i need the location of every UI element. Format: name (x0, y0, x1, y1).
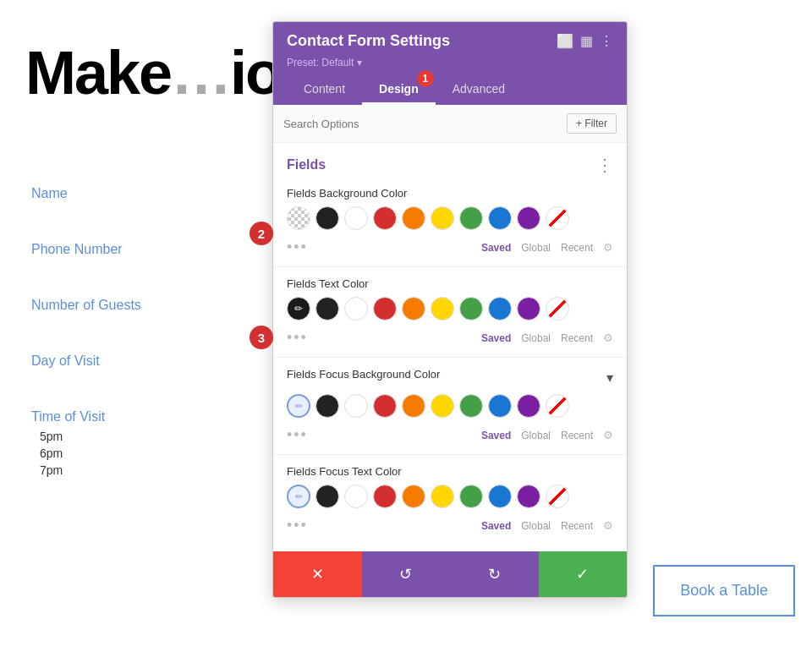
swatch-black[interactable] (315, 206, 339, 230)
swatch-focus-bg-selected[interactable] (287, 394, 310, 418)
focus-text-global-tab[interactable]: Global (521, 520, 551, 532)
bg-recent-tab[interactable]: Recent (561, 242, 593, 254)
label-name: Name (31, 186, 141, 201)
swatch-text-red[interactable] (373, 297, 397, 321)
step-badge-2: 2 (250, 222, 273, 245)
bg-color-dots-row: ••• Saved Global Recent ⚙ (287, 235, 613, 263)
filter-button[interactable]: + Filter (567, 113, 617, 134)
focus-bg-saved-tab[interactable]: Saved (481, 430, 511, 441)
focus-text-settings-icon[interactable]: ⚙ (603, 519, 613, 532)
fields-bg-color-row (287, 206, 613, 230)
search-bar: + Filter (273, 105, 627, 143)
book-table-button[interactable]: Book a Table (653, 565, 795, 616)
swatch-focus-bg-blue[interactable] (488, 394, 512, 418)
columns-icon[interactable]: ▦ (580, 33, 593, 49)
cancel-button[interactable]: ✕ (273, 551, 362, 597)
swatch-text-purple[interactable] (517, 297, 540, 321)
swatch-focus-text-blue[interactable] (488, 485, 512, 508)
section-menu-icon[interactable]: ⋮ (596, 155, 613, 175)
modal-header-top: Contact Form Settings ⬜ ▦ ⋮ (287, 32, 613, 50)
fields-focus-text-label: Fields Focus Text Color (287, 465, 613, 478)
fields-bg-color-label: Fields Background Color (287, 187, 613, 200)
text-saved-tab[interactable]: Saved (481, 332, 511, 344)
swatch-orange[interactable] (402, 206, 425, 230)
swatch-green[interactable] (459, 206, 483, 230)
confirm-button[interactable]: ✓ (539, 551, 628, 597)
focus-text-recent-tab[interactable]: Recent (561, 520, 593, 532)
swatch-text-orange[interactable] (402, 297, 425, 321)
swatch-text-black[interactable] (315, 297, 339, 321)
preset-label[interactable]: Preset: Default ▾ (287, 57, 613, 68)
swatch-text-white[interactable] (344, 297, 368, 321)
focus-text-more-dots[interactable]: ••• (287, 517, 308, 534)
design-tab-badge: 1 (417, 70, 434, 87)
swatch-focus-text-yellow[interactable] (431, 485, 454, 508)
swatch-focus-bg-black[interactable] (315, 394, 339, 418)
step-badge-3: 3 (250, 326, 273, 349)
swatch-transparent[interactable] (287, 206, 310, 230)
swatch-text-blue[interactable] (488, 297, 512, 321)
tab-content[interactable]: Content (287, 75, 362, 105)
swatch-focus-text-none[interactable] (546, 485, 569, 508)
tab-advanced[interactable]: Advanced (436, 75, 522, 105)
focus-bg-global-tab[interactable]: Global (521, 430, 551, 441)
focus-bg-settings-icon[interactable]: ⚙ (603, 429, 613, 441)
swatch-focus-bg-green[interactable] (459, 394, 483, 418)
search-input[interactable] (283, 118, 567, 130)
fields-section-header: Fields ⋮ (273, 143, 627, 180)
section-title: Fields (287, 157, 326, 173)
bg-more-dots[interactable]: ••• (287, 238, 308, 256)
time-option-7pm: 7pm (40, 463, 141, 477)
swatch-blue[interactable] (488, 206, 512, 230)
swatch-focus-text-red[interactable] (373, 485, 397, 508)
bg-saved-tab[interactable]: Saved (481, 242, 511, 254)
swatch-focus-bg-red[interactable] (373, 394, 397, 418)
focus-text-saved-tab[interactable]: Saved (481, 520, 511, 532)
modal-content: Fields ⋮ Fields Background Color ••• (273, 143, 627, 551)
swatch-purple[interactable] (517, 206, 540, 230)
swatch-focus-bg-none[interactable] (546, 394, 569, 418)
tab-design[interactable]: Design 1 (362, 75, 436, 105)
focus-bg-recent-tab[interactable]: Recent (561, 430, 593, 441)
fields-text-color-label: Fields Text Color (287, 277, 613, 290)
swatch-focus-text-green[interactable] (459, 485, 483, 508)
text-more-dots[interactable]: ••• (287, 329, 308, 347)
swatch-focus-text-white[interactable] (344, 485, 368, 508)
modal-title: Contact Form Settings (287, 32, 450, 50)
swatch-focus-bg-orange[interactable] (402, 394, 425, 418)
bg-settings-icon[interactable]: ⚙ (603, 241, 613, 254)
swatch-focus-text-orange[interactable] (402, 485, 425, 508)
swatch-text-green[interactable] (459, 297, 483, 321)
swatch-text-none[interactable] (546, 297, 569, 321)
text-global-tab[interactable]: Global (521, 332, 551, 344)
swatch-text-selected[interactable] (287, 297, 310, 321)
swatch-focus-text-selected[interactable] (287, 485, 310, 508)
expand-icon[interactable]: ⬜ (557, 33, 573, 49)
swatch-focus-text-black[interactable] (315, 485, 339, 508)
swatch-focus-bg-yellow[interactable] (431, 394, 454, 418)
modal-header-icons: ⬜ ▦ ⋮ (557, 33, 613, 49)
swatch-focus-text-purple[interactable] (517, 485, 540, 508)
swatch-none[interactable] (546, 206, 569, 230)
modal-footer: ✕ ↺ ↻ ✓ (273, 551, 627, 597)
divider-1 (273, 266, 627, 267)
text-settings-icon[interactable]: ⚙ (603, 332, 613, 344)
divider-3 (273, 454, 627, 455)
swatch-yellow[interactable] (431, 206, 454, 230)
more-icon[interactable]: ⋮ (600, 33, 613, 49)
swatch-focus-bg-purple[interactable] (517, 394, 540, 418)
focus-bg-dropdown-arrow[interactable]: ▾ (606, 370, 613, 386)
text-recent-tab[interactable]: Recent (561, 332, 593, 344)
swatch-text-yellow[interactable] (431, 297, 454, 321)
bg-global-tab[interactable]: Global (521, 242, 551, 254)
undo-button[interactable]: ↺ (362, 551, 451, 597)
swatch-white[interactable] (344, 206, 368, 230)
swatch-focus-bg-white[interactable] (344, 394, 368, 418)
label-guests: Number of Guests (31, 298, 141, 313)
swatch-red[interactable] (373, 206, 397, 230)
modal-tabs: Content Design 1 Advanced (287, 75, 613, 105)
modal-panel: Contact Form Settings ⬜ ▦ ⋮ Preset: Defa… (272, 21, 628, 598)
redo-button[interactable]: ↻ (450, 551, 539, 597)
focus-bg-more-dots[interactable]: ••• (287, 426, 308, 444)
bottom-spacer (273, 541, 627, 551)
